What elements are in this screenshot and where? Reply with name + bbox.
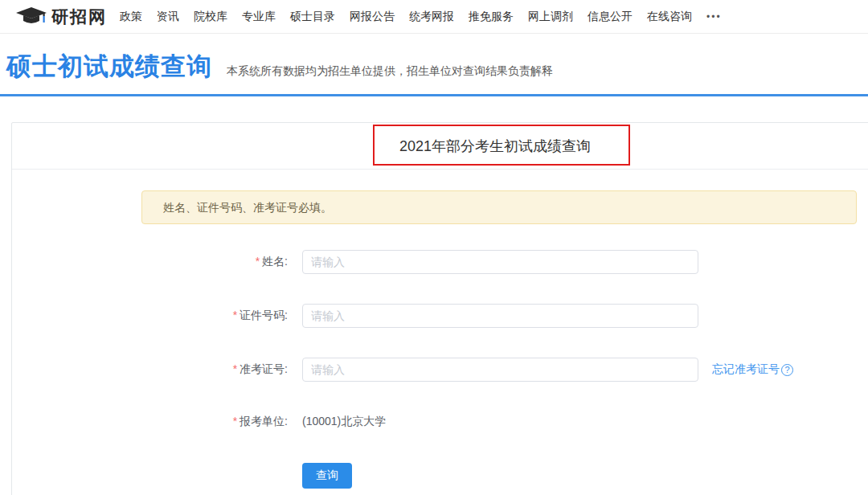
- nav-item-major-library[interactable]: 专业库: [242, 10, 276, 24]
- required-fields-notice: 姓名、证件号码、准考证号必填。: [141, 190, 857, 224]
- logo-text: 研招网: [51, 6, 107, 28]
- query-button[interactable]: 查询: [302, 463, 352, 489]
- nav-item-online-consult[interactable]: 在线咨询: [647, 10, 692, 24]
- id-number-label: *证件号码:: [12, 309, 288, 323]
- nav-item-info-disclosure[interactable]: 信息公开: [588, 10, 633, 24]
- forgot-ticket-link[interactable]: 忘记准考证号: [712, 362, 780, 377]
- graduation-cap-icon: [16, 6, 48, 27]
- card-title: 2021年部分考生初试成绩查询: [399, 137, 591, 156]
- required-marker: *: [256, 255, 260, 268]
- name-label: *姓名:: [12, 255, 288, 269]
- name-input[interactable]: [302, 250, 698, 274]
- nav-item-policy[interactable]: 政策: [120, 10, 142, 24]
- nav-item-master-catalog[interactable]: 硕士目录: [290, 10, 335, 24]
- help-question-icon[interactable]: ?: [781, 364, 793, 376]
- nav-item-more[interactable]: •••: [706, 11, 722, 22]
- query-card: 2021年部分考生初试成绩查询 姓名、证件号码、准考证号必填。 *姓名: *证件…: [11, 122, 868, 495]
- nav-item-online-adjustment[interactable]: 网上调剂: [528, 10, 573, 24]
- name-field-row: *姓名:: [12, 250, 868, 274]
- nav-item-news[interactable]: 资讯: [157, 10, 179, 24]
- blue-divider: [0, 94, 868, 96]
- top-navbar: 研招网 政策 资讯 院校库 专业库 硕士目录 网报公告 统考网报 推免服务 网上…: [0, 0, 868, 34]
- page-header: 硕士初试成绩查询 本系统所有数据均为招生单位提供，招生单位对查询结果负责解释: [6, 50, 553, 84]
- nav-item-college-library[interactable]: 院校库: [194, 10, 227, 24]
- target-institution-row: *报考单位: (10001)北京大学: [12, 410, 868, 434]
- admission-ticket-label: *准考证号:: [12, 362, 288, 377]
- forgot-ticket-link-wrap[interactable]: 忘记准考证号 ?: [712, 362, 793, 377]
- nav-item-exemption-service[interactable]: 推免服务: [469, 10, 514, 24]
- nav-item-registration-notice[interactable]: 网报公告: [350, 10, 395, 24]
- admission-ticket-input[interactable]: [302, 358, 698, 382]
- nav-menu: 政策 资讯 院校库 专业库 硕士目录 网报公告 统考网报 推免服务 网上调剂 信…: [120, 10, 722, 24]
- required-marker: *: [233, 362, 237, 375]
- id-number-input[interactable]: [302, 304, 698, 328]
- card-title-row: 2021年部分考生初试成绩查询: [12, 123, 868, 170]
- page-subtitle: 本系统所有数据均为招生单位提供，招生单位对查询结果负责解释: [227, 64, 553, 79]
- required-marker: *: [233, 415, 237, 428]
- site-logo[interactable]: 研招网: [16, 6, 107, 28]
- required-marker: *: [233, 309, 237, 321]
- admission-ticket-field-row: *准考证号: 忘记准考证号 ?: [12, 358, 868, 382]
- page-title: 硕士初试成绩查询: [6, 50, 212, 84]
- nav-item-unified-exam-registration[interactable]: 统考网报: [409, 10, 454, 24]
- target-institution-label: *报考单位:: [12, 415, 288, 429]
- target-institution-value: (10001)北京大学: [302, 415, 386, 429]
- id-number-field-row: *证件号码:: [12, 304, 868, 328]
